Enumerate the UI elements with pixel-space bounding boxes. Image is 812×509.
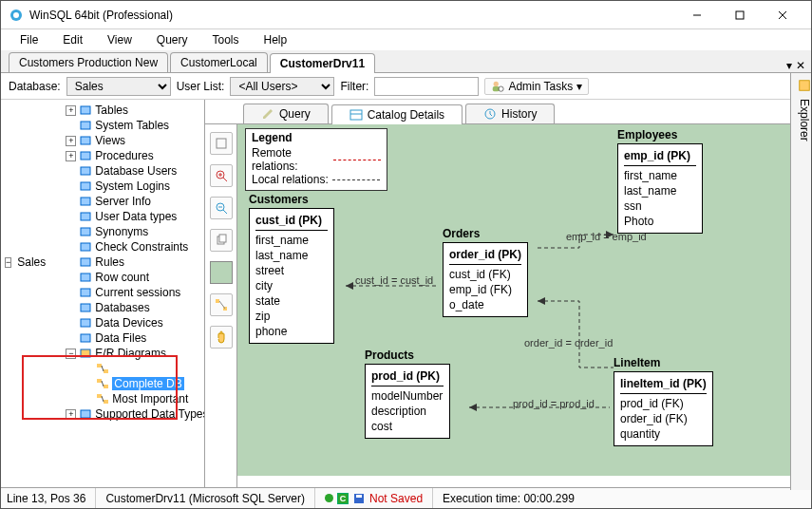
node-icon [79,240,92,254]
tab-history[interactable]: History [465,104,555,123]
entity-orders[interactable]: Ordersorder_id (PK)cust_id (FK)emp_id (F… [443,227,528,317]
admin-tasks-button[interactable]: Admin Tasks ▾ [484,78,589,95]
diagram-canvas-wrap[interactable]: Legend Remote relations: Local relations… [237,124,790,490]
tree-er-diagrams[interactable]: E/R Diagrams [95,347,166,360]
entity-column: zip [255,309,328,324]
tree-supported[interactable]: Supported Data Types [95,407,205,421]
node-icon [79,347,92,360]
entity-title: Employees [617,128,703,141]
expand-icon[interactable]: + [66,409,76,420]
diagram-toolbar [205,124,237,490]
expand-icon[interactable]: + [66,136,76,146]
tree-item[interactable]: Synonyms [95,225,148,238]
svg-marker-59 [469,404,477,411]
tree-item[interactable]: Current sessions [95,286,180,299]
collapse-icon[interactable]: − [66,349,76,359]
tree-item[interactable]: Database Users [95,164,177,178]
entity-column: prod_id (PK) [371,368,444,386]
tree-item[interactable]: System Tables [95,119,169,132]
tree-item[interactable]: Server Info [95,195,151,208]
svg-line-32 [102,366,104,371]
tab-connection-1[interactable]: CustomerLocal [170,52,268,72]
svg-rect-9 [800,81,810,91]
tree-item[interactable]: Check Constraints [95,240,188,254]
svg-rect-15 [81,137,90,144]
svg-rect-22 [81,243,90,251]
tool-hand[interactable] [210,326,233,349]
entity-title: Customers [249,193,334,206]
tool-bgcolor[interactable] [210,261,233,284]
tab-connection-0[interactable]: Customers Production New [9,52,168,72]
admin-icon [491,80,504,93]
node-icon [79,225,92,238]
tab-catalog-details[interactable]: Catalog Details [331,104,463,124]
menu-bar: File Edit View Query Tools Help [1,29,811,50]
svg-line-55 [219,301,225,309]
menu-view[interactable]: View [96,31,143,48]
diagram-canvas[interactable]: Legend Remote relations: Local relations… [237,124,790,476]
svg-rect-31 [104,369,108,373]
expand-icon[interactable]: + [66,151,76,161]
tree-er-item[interactable]: Most Important [112,392,188,405]
entity-lineitem[interactable]: LineItemlineItem_id (PK)prod_id (FK)orde… [614,356,713,446]
userlist-select[interactable]: <All Users> [230,77,334,96]
maximize-button[interactable] [718,2,761,28]
entity-products[interactable]: Productsprod_id (PK)modelNumberdescripti… [365,349,450,439]
tree-root[interactable]: Sales [17,255,46,269]
svg-line-35 [102,381,104,386]
node-icon [79,286,92,299]
tree-item[interactable]: Data Files [95,331,146,345]
filter-input[interactable] [374,77,479,96]
diagram-icon [96,362,109,375]
tool-relations[interactable] [210,293,233,316]
main-area: − Sales +TablesSystem Tables+Views+Proce… [1,100,811,490]
tab-dropdown-icon[interactable]: ▾ [786,59,792,72]
menu-file[interactable]: File [9,31,49,48]
tree-item[interactable]: User Data types [95,210,177,223]
node-icon [79,149,92,162]
explorer-icon [798,79,811,92]
tree-item[interactable]: Data Devices [95,316,162,330]
tree-item[interactable]: Databases [95,301,149,314]
node-icon [79,210,92,223]
tree-item[interactable]: Views [95,134,125,147]
diagram-icon [96,377,109,390]
tool-copy[interactable] [210,229,233,252]
tree-item[interactable]: Procedures [95,149,153,162]
tool-zoom-out[interactable] [210,197,233,219]
entity-column: description [371,404,444,419]
tree-item[interactable]: Row count [95,271,149,284]
tree-item[interactable]: Tables [95,104,128,117]
tab-connection-2[interactable]: CustomerDrv11 [270,53,375,73]
menu-tools[interactable]: Tools [201,31,251,48]
database-select[interactable]: Sales [66,77,171,96]
close-button[interactable] [761,2,803,28]
tab-query[interactable]: Query [243,104,329,123]
node-icon [79,104,92,117]
node-icon [79,134,92,147]
collapse-icon[interactable]: − [5,257,11,268]
entity-employees[interactable]: Employeesemp_id (PK)first_namelast_names… [617,128,703,234]
entity-column: cost [371,419,444,434]
minimize-button[interactable] [675,2,718,28]
menu-query[interactable]: Query [145,31,199,48]
svg-rect-25 [81,289,90,296]
tree-er-item[interactable]: Complete DB [112,377,183,390]
pencil-icon [261,107,274,121]
object-tree[interactable]: − Sales +TablesSystem Tables+Views+Proce… [1,100,205,490]
tab-close-icon[interactable]: ✕ [796,59,805,72]
expand-icon[interactable]: + [66,105,76,116]
menu-edit[interactable]: Edit [51,31,94,48]
tree-item[interactable]: System Logins [95,179,170,193]
svg-rect-34 [104,385,108,388]
explorer-strip[interactable]: Explorer [790,73,811,490]
entity-customers[interactable]: Customerscust_id (PK)first_namelast_name… [249,193,334,344]
svg-rect-3 [736,11,744,19]
tool-zoom-in[interactable] [210,164,233,187]
tree-item[interactable]: Rules [95,255,124,269]
rel-prod: prod_id = prod_id [513,398,595,409]
menu-help[interactable]: Help [253,31,299,48]
legend-box: Legend Remote relations: Local relations… [245,128,387,191]
svg-rect-26 [81,304,90,311]
tool-fit[interactable] [210,132,233,155]
